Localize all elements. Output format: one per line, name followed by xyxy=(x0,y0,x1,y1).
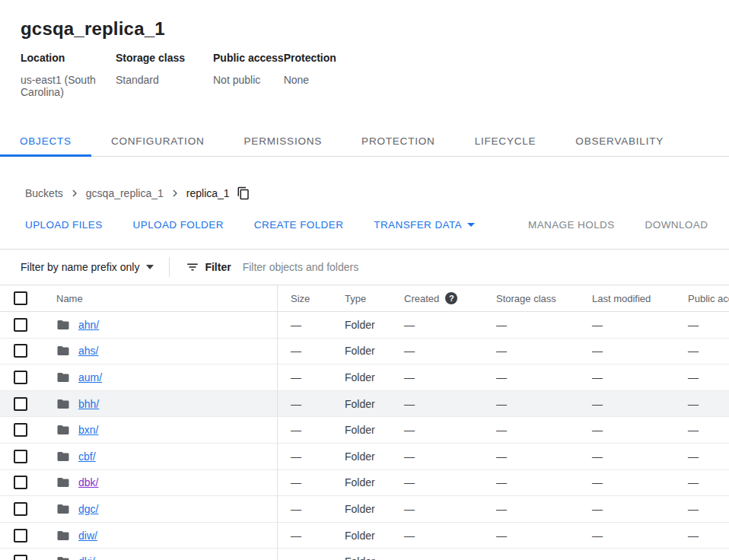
table-row: ahn/ — Folder — — — — xyxy=(0,312,729,339)
last-modified-cell: — xyxy=(582,549,677,560)
filter-list-icon xyxy=(186,260,199,274)
toolbar-button[interactable]: UPLOAD FOLDER xyxy=(124,212,233,237)
tab-item[interactable]: LIFECYCLE xyxy=(455,126,556,156)
created-cell: — xyxy=(396,496,487,522)
bucket-details-page: gcsqa_replica_1 Location us-east1 (South… xyxy=(0,0,729,560)
table-row: bxn/ — Folder — — — — xyxy=(0,417,729,444)
tab-item[interactable]: PROTECTION xyxy=(342,126,455,156)
row-checkbox[interactable] xyxy=(14,555,27,560)
tab-bar: OBJECTS CONFIGURATION PERMISSIONS PROTEC… xyxy=(0,126,729,157)
size-cell: — xyxy=(278,339,333,364)
folder-link[interactable]: aum/ xyxy=(78,371,102,383)
table-row: dki/ — Folder — — — — xyxy=(0,549,729,560)
row-checkbox[interactable] xyxy=(14,476,27,489)
folder-link[interactable]: dbk/ xyxy=(78,476,98,488)
folder-link[interactable]: dgc/ xyxy=(78,503,98,515)
folder-link[interactable]: dki/ xyxy=(78,555,95,560)
type-cell: Folder xyxy=(333,549,396,560)
meta-label: Location xyxy=(21,52,116,64)
last-modified-cell: — xyxy=(582,339,677,364)
toolbar-button-label: TRANSFER DATA xyxy=(374,219,462,231)
folder-icon xyxy=(56,397,70,411)
created-cell: — xyxy=(396,470,487,496)
meta-value: Not public xyxy=(213,74,284,86)
row-checkbox[interactable] xyxy=(14,371,27,384)
filter-scope-dropdown[interactable]: Filter by name prefix only xyxy=(21,261,154,273)
storage-class-cell: — xyxy=(487,549,582,560)
table-row: ahs/ — Folder — — — — xyxy=(0,339,729,365)
folder-link[interactable]: diw/ xyxy=(78,530,97,542)
bucket-header: gcsqa_replica_1 Location us-east1 (South… xyxy=(0,0,729,98)
toolbar-button-label: UPLOAD FILES xyxy=(25,219,103,231)
meta-column: Protection None xyxy=(284,52,336,98)
storage-class-cell: — xyxy=(487,496,582,522)
table-row: bhh/ — Folder — — — — xyxy=(0,391,729,418)
copy-path-button[interactable] xyxy=(237,186,250,200)
row-checkbox[interactable] xyxy=(14,318,27,332)
folder-icon xyxy=(56,555,70,560)
select-all-checkbox[interactable] xyxy=(14,291,27,305)
folder-link[interactable]: ahs/ xyxy=(78,345,98,357)
meta-value: us-east1 (South Carolina) xyxy=(21,74,116,98)
column-header-type: Type xyxy=(333,285,396,311)
toolbar-button[interactable]: TRANSFER DATA xyxy=(364,212,484,237)
column-header-name: Name xyxy=(43,285,278,311)
column-header-size: Size xyxy=(278,285,333,311)
storage-class-cell: — xyxy=(487,444,582,469)
folder-icon xyxy=(56,371,70,384)
row-checkbox[interactable] xyxy=(14,423,27,437)
storage-class-cell: — xyxy=(487,364,582,390)
toolbar-button-label: UPLOAD FOLDER xyxy=(133,219,224,231)
bucket-meta: Location us-east1 (South Carolina) Stora… xyxy=(21,52,729,98)
public-access-cell: — xyxy=(677,549,729,560)
breadcrumb-item[interactable]: Buckets xyxy=(25,187,63,199)
toolbar-button[interactable]: MANAGE HOLDS xyxy=(519,212,624,237)
meta-column: Public access Not public xyxy=(213,52,284,98)
vertical-divider xyxy=(169,257,170,277)
row-checkbox[interactable] xyxy=(14,450,27,463)
last-modified-cell: — xyxy=(582,391,677,417)
folder-link[interactable]: bhh/ xyxy=(78,398,99,410)
type-cell: Folder xyxy=(333,312,396,338)
folder-icon xyxy=(56,450,70,463)
folder-icon xyxy=(56,529,70,542)
toolbar-button[interactable]: UPLOAD FILES xyxy=(16,212,112,237)
toolbar-button-label: CREATE FOLDER xyxy=(254,219,343,231)
tab-item[interactable]: OBJECTS xyxy=(0,126,91,156)
row-checkbox[interactable] xyxy=(14,502,27,516)
row-checkbox[interactable] xyxy=(14,344,27,358)
breadcrumb-item[interactable]: gcsqa_replica_1 xyxy=(86,187,164,199)
objects-table: Name Size Type Created ? Storage class L… xyxy=(0,285,729,560)
tab-item[interactable]: CONFIGURATION xyxy=(91,126,224,156)
breadcrumb-item[interactable]: replica_1 xyxy=(186,187,230,199)
tab-item[interactable]: PERMISSIONS xyxy=(224,126,342,156)
last-modified-cell: — xyxy=(582,364,677,390)
folder-link[interactable]: cbf/ xyxy=(78,450,96,463)
meta-label: Public access xyxy=(213,52,284,64)
type-cell: Folder xyxy=(333,364,396,390)
size-cell: — xyxy=(278,444,333,469)
row-checkbox[interactable] xyxy=(14,529,27,542)
filter-input[interactable] xyxy=(243,261,729,273)
last-modified-cell: — xyxy=(582,496,677,522)
created-cell: — xyxy=(396,391,487,417)
filter-label: Filter xyxy=(205,261,231,273)
folder-icon xyxy=(56,476,70,489)
folder-link[interactable]: ahn/ xyxy=(78,319,99,331)
tab-item[interactable]: OBSERVABILITY xyxy=(556,126,683,156)
toolbar-button[interactable]: DOWNLOAD xyxy=(636,212,718,237)
help-icon[interactable]: ? xyxy=(445,292,457,304)
table-row: dgc/ — Folder — — — — xyxy=(0,496,729,523)
chevron-right-icon xyxy=(168,186,182,200)
size-cell: — xyxy=(278,523,333,549)
size-cell: — xyxy=(278,470,333,496)
type-cell: Folder xyxy=(333,417,396,443)
type-cell: Folder xyxy=(333,339,396,364)
folder-icon xyxy=(56,423,70,437)
folder-link[interactable]: bxn/ xyxy=(78,424,98,436)
meta-value: Standard xyxy=(116,74,213,86)
public-access-cell: — xyxy=(677,523,729,549)
chevron-right-icon xyxy=(68,186,81,200)
toolbar-button[interactable]: CREATE FOLDER xyxy=(245,212,352,237)
row-checkbox[interactable] xyxy=(14,397,27,411)
